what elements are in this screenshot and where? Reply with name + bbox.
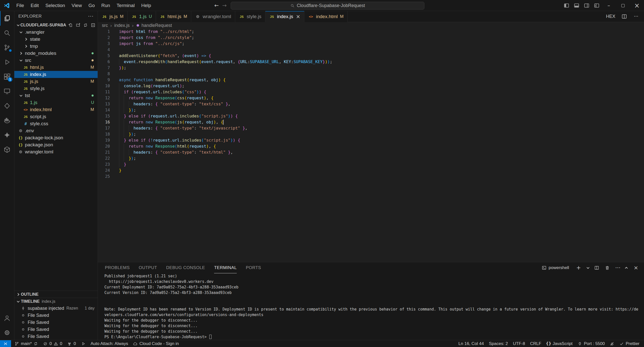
panel-tab-debug-console[interactable]: DEBUG CONSOLE [166, 262, 205, 273]
terminal-profile[interactable]: powershell [542, 265, 569, 270]
docker-activity-item[interactable] [0, 113, 14, 128]
menu-edit[interactable]: Edit [27, 0, 42, 11]
plus-icon[interactable]: + [576, 265, 581, 270]
tree-item-node_modules[interactable]: node_modules [14, 50, 98, 57]
tree-item-tst[interactable]: tst [14, 92, 98, 99]
status-cursor-position[interactable]: Ln 16, Col 44 [456, 340, 486, 347]
status-git-branch[interactable]: main* [12, 340, 41, 347]
tree-item-html.js[interactable]: JShtml.jsM [14, 64, 98, 71]
panel-tab-terminal[interactable]: TERMINAL [214, 262, 237, 273]
source-control-activity-item[interactable] [0, 40, 14, 55]
layout-sidebar-right-icon[interactable] [582, 0, 592, 11]
breadcrumb-item[interactable]: src [102, 23, 108, 28]
status-cloud-code[interactable]: Cloud Code - Sign in [131, 340, 181, 347]
tree-item-style.css[interactable]: #style.css [14, 120, 98, 127]
tree-item-style.js[interactable]: JSstyle.js [14, 85, 98, 92]
account-activity-item[interactable] [0, 311, 14, 325]
more-icon[interactable]: ··· [615, 265, 620, 270]
hex-button[interactable]: HEX [606, 14, 615, 19]
maximize-icon[interactable] [616, 0, 630, 11]
tab-js.js[interactable]: JSjs.jsM [98, 11, 128, 22]
tab-1.js[interactable]: JS1.jsU [128, 11, 156, 22]
menu-terminal[interactable]: Terminal [113, 0, 138, 11]
menu-view[interactable]: View [68, 0, 85, 11]
chevron-down-icon[interactable] [587, 266, 589, 269]
collapse-all-icon[interactable] [91, 23, 96, 28]
tree-item-index.js[interactable]: JSindex.js [14, 71, 98, 78]
tab-style.js[interactable]: JSstyle.js [235, 11, 265, 22]
tab-html.js[interactable]: JShtml.jsM [156, 11, 191, 22]
tree-item-package.json[interactable]: {}package.json [14, 141, 98, 148]
timeline-section-header[interactable]: TIMELINE index.js [14, 298, 98, 305]
breadcrumb-symbol[interactable]: handleRequest [136, 23, 172, 28]
dev-container-activity-item[interactable] [0, 142, 14, 157]
status-eol[interactable]: CRLF [528, 340, 544, 347]
tree-item-package-lock.json[interactable]: {}package-lock.json [14, 134, 98, 141]
tree-item-.wrangler[interactable]: .wrangler [14, 29, 98, 36]
breadcrumb-item[interactable]: index.js [114, 23, 130, 28]
menu-file[interactable]: File [13, 0, 27, 11]
timeline-item[interactable]: File Saved [14, 319, 98, 326]
new-folder-icon[interactable] [75, 23, 80, 28]
menu-go[interactable]: Go [85, 0, 98, 11]
timeline-item[interactable]: File Saved [14, 312, 98, 319]
tab-wrangler.toml[interactable]: wrangler.toml [191, 11, 235, 22]
tab-index.html[interactable]: <>index.htmlM [304, 11, 348, 22]
menu-help[interactable]: Help [138, 0, 154, 11]
arrow-left-icon[interactable]: ← [214, 3, 219, 8]
close-icon[interactable]: × [630, 0, 644, 11]
project-section-header[interactable]: CLOUDFLARE-SUPABASE-... [14, 22, 98, 29]
refresh-icon[interactable] [83, 23, 88, 28]
timeline-item[interactable]: File Saved [14, 333, 98, 340]
code-editor[interactable]: 1import html from "../src/html";2import … [98, 29, 644, 262]
status-debug[interactable] [78, 340, 88, 347]
timeline-item[interactable]: supabase injectedRazen1 day [14, 305, 98, 312]
minimize-icon[interactable]: – [602, 0, 616, 11]
status-auto-attach[interactable]: Auto Attach: Always [88, 340, 131, 347]
tree-item-wrangler.toml[interactable]: wrangler.toml [14, 148, 98, 155]
split-editor-icon[interactable] [594, 265, 599, 270]
new-file-icon[interactable] [68, 23, 73, 28]
tree-item-1.js[interactable]: JS1.jsU [14, 99, 98, 106]
layout-customize-icon[interactable] [592, 0, 602, 11]
settings-gear-activity-item[interactable] [0, 325, 14, 340]
panel-tab-problems[interactable]: PROBLEMS [105, 262, 130, 273]
layout-panel-icon[interactable] [572, 0, 582, 11]
status-forwarded-ports[interactable]: 0 [65, 340, 78, 347]
timeline-item[interactable]: File Saved [14, 326, 98, 333]
command-center[interactable]: Cloudflare-Supabase-JobRequest [231, 2, 424, 10]
tree-item-src[interactable]: src [14, 57, 98, 64]
outline-section-header[interactable]: OUTLINE [14, 291, 98, 298]
status-encoding[interactable]: UTF-8 [510, 340, 528, 347]
remote-explorer-activity-item[interactable] [0, 84, 14, 99]
explorer-activity-item[interactable] [0, 11, 14, 26]
close-icon[interactable]: × [633, 265, 638, 270]
layout-sidebar-left-icon[interactable] [561, 0, 572, 11]
tree-item-script.js[interactable]: JSscript.js [14, 113, 98, 120]
tree-item-index.html[interactable]: <>index.htmlM [14, 106, 98, 113]
split-editor-icon[interactable] [621, 14, 627, 19]
status-language-mode[interactable]: {}JavaScript [544, 340, 575, 347]
panel-tab-output[interactable]: OUTPUT [139, 262, 157, 273]
arrow-right-icon[interactable]: → [222, 3, 227, 8]
more-icon[interactable]: ··· [633, 14, 639, 19]
close-icon[interactable]: × [296, 14, 300, 20]
run-debug-activity-item[interactable] [0, 55, 14, 69]
tree-item-.env[interactable]: .env [14, 127, 98, 134]
gemini-activity-item[interactable] [0, 128, 14, 142]
tree-item-js.js[interactable]: JSjs.jsM [14, 78, 98, 85]
more-icon[interactable]: ··· [88, 14, 94, 19]
status-notifications-muted[interactable] [607, 340, 617, 347]
panel-tab-ports[interactable]: PORTS [246, 262, 261, 273]
tree-item-tmp[interactable]: tmp [14, 43, 98, 50]
status-indentation[interactable]: Spaces: 2 [486, 340, 510, 347]
search-activity-item[interactable] [0, 26, 14, 40]
status-prettier[interactable]: Prettier [617, 340, 642, 347]
tree-item-state[interactable]: state [14, 36, 98, 43]
status-problems[interactable]: 00 [41, 340, 65, 347]
menu-run[interactable]: Run [98, 0, 113, 11]
status-remote-indicator[interactable] [0, 340, 11, 347]
terminal[interactable]: Published jobrequest1 (1.21 sec) https:/… [98, 273, 644, 340]
tab-index.js[interactable]: JSindex.js× [265, 11, 304, 22]
trash-icon[interactable] [605, 265, 610, 270]
